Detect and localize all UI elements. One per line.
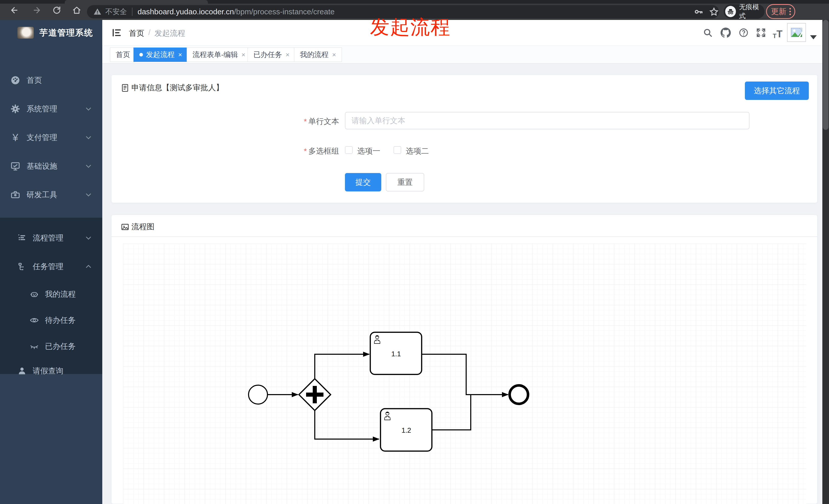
avatar-caret-icon[interactable] bbox=[810, 35, 817, 39]
apply-card-title-text: 申请信息【测试多审批人】 bbox=[132, 83, 223, 93]
checkbox-option-1[interactable] bbox=[345, 146, 353, 154]
sidebar-logo-row[interactable]: 芋道管理系统 bbox=[0, 20, 102, 45]
submit-button[interactable]: 提交 bbox=[345, 173, 381, 191]
yen-icon: ¥ bbox=[10, 132, 21, 143]
breadcrumb-separator: / bbox=[148, 28, 150, 39]
close-icon[interactable]: × bbox=[241, 51, 245, 59]
sidebar-item-my-process[interactable]: 我的流程 bbox=[0, 281, 102, 307]
sequence-flow bbox=[432, 395, 471, 430]
sidebar-item-label: 任务管理 bbox=[33, 262, 63, 272]
single-line-text-input[interactable] bbox=[345, 112, 750, 129]
forward-icon[interactable] bbox=[32, 6, 41, 15]
tab-done-tasks[interactable]: 已办任务 × bbox=[248, 47, 295, 62]
bpmn-canvas[interactable]: 1.1 1.2 bbox=[123, 243, 806, 504]
eye-icon bbox=[30, 316, 39, 325]
sidebar-item-devtools[interactable]: 研发工具 bbox=[0, 181, 102, 209]
close-icon[interactable]: × bbox=[332, 51, 336, 59]
sidebar-item-payment[interactable]: ¥ 支付管理 bbox=[0, 123, 102, 152]
github-icon[interactable] bbox=[721, 28, 731, 38]
font-size-icon[interactable] bbox=[773, 29, 788, 39]
search-icon[interactable] bbox=[703, 28, 713, 38]
required-mark: * bbox=[304, 147, 307, 155]
fullscreen-icon[interactable] bbox=[756, 28, 766, 38]
update-button[interactable]: 更新 bbox=[766, 4, 795, 19]
sidebar-item-label: 待办任务 bbox=[45, 315, 76, 325]
reset-button[interactable]: 重置 bbox=[386, 173, 424, 191]
close-icon[interactable]: × bbox=[178, 51, 182, 59]
bookmark-star-icon[interactable] bbox=[709, 7, 719, 17]
monitor-icon bbox=[10, 161, 21, 171]
tree-icon bbox=[17, 262, 27, 271]
sidebar: 芋道管理系统 首页 系统管理 ¥ 支付管理 基础设施 bbox=[0, 20, 102, 504]
checkbox-field-label: *多选框组 bbox=[247, 146, 339, 156]
tab-my-process[interactable]: 我的流程 × bbox=[294, 47, 342, 62]
close-icon[interactable]: × bbox=[286, 51, 289, 59]
sidebar-item-label: 系统管理 bbox=[27, 104, 57, 114]
update-label: 更新 bbox=[771, 6, 786, 17]
tab-label: 首页 bbox=[116, 50, 130, 60]
incognito-label: 无痕模式 bbox=[739, 3, 764, 21]
hamburger-icon[interactable] bbox=[111, 28, 122, 38]
chevron-down-icon bbox=[85, 162, 92, 170]
sidebar-item-label: 基础设施 bbox=[27, 161, 57, 171]
sidebar-item-task-mgmt[interactable]: 任务管理 bbox=[0, 254, 102, 280]
url-path: /bpm/process-instance/create bbox=[234, 7, 335, 16]
document-icon bbox=[121, 84, 130, 92]
reload-icon[interactable] bbox=[52, 6, 61, 15]
app-logo bbox=[17, 27, 34, 39]
checkbox-option-2-label[interactable]: 选项二 bbox=[406, 146, 429, 156]
task-label: 1.1 bbox=[391, 350, 401, 358]
tab-form-edit[interactable]: 流程表单-编辑 × bbox=[187, 47, 251, 62]
sidebar-item-leave-query[interactable]: 请假查询 bbox=[0, 358, 102, 384]
tab-label: 发起流程 bbox=[146, 50, 175, 60]
screen: 不安全 dashboard.yudao.iocoder.cn/bpm/proce… bbox=[0, 0, 829, 504]
apply-info-card: 申请信息【测试多审批人】 选择其它流程 *单行文本 *多选框组 选项一 选项二 … bbox=[111, 75, 818, 203]
url-host: dashboard.yudao.iocoder.cn bbox=[138, 7, 234, 16]
diagram-card-title-text: 流程图 bbox=[132, 222, 154, 232]
scrollbar-thumb[interactable] bbox=[823, 20, 828, 130]
browser-active-tab[interactable] bbox=[65, 0, 208, 4]
sidebar-item-label: 我的流程 bbox=[45, 289, 76, 300]
sidebar-item-infrastructure[interactable]: 基础设施 bbox=[0, 152, 102, 181]
eye-closed-icon bbox=[30, 342, 39, 351]
user-icon bbox=[17, 366, 27, 376]
tags-bar: 首页 发起流程 × 流程表单-编辑 × 已办任务 × 我的流程 × bbox=[102, 45, 829, 64]
sidebar-item-process-mgmt[interactable]: 流程管理 bbox=[0, 225, 102, 251]
sidebar-item-label: 支付管理 bbox=[27, 132, 57, 143]
sidebar-item-home[interactable]: 首页 bbox=[0, 66, 102, 94]
choose-other-process-button[interactable]: 选择其它流程 bbox=[745, 81, 809, 100]
tab-home[interactable]: 首页 bbox=[110, 47, 136, 62]
checkbox-option-2[interactable] bbox=[394, 146, 401, 154]
app-title: 芋道管理系统 bbox=[39, 27, 93, 39]
back-icon[interactable] bbox=[10, 6, 19, 15]
browser-tabstrip bbox=[0, 0, 829, 4]
start-event[interactable] bbox=[249, 385, 267, 404]
checkbox-option-1-label[interactable]: 选项一 bbox=[357, 146, 380, 156]
sidebar-item-label: 请假查询 bbox=[33, 366, 63, 376]
sidebar-item-system[interactable]: 系统管理 bbox=[0, 94, 102, 123]
breadcrumb: 首页 / 发起流程 bbox=[129, 28, 185, 39]
kebab-menu-icon[interactable] bbox=[789, 8, 791, 15]
help-icon[interactable] bbox=[738, 28, 749, 38]
breadcrumb-current: 发起流程 bbox=[154, 28, 185, 39]
home-icon[interactable] bbox=[72, 6, 81, 15]
sidebar-item-label: 已办任务 bbox=[45, 341, 76, 352]
image-icon bbox=[121, 223, 130, 231]
sidebar-item-label: 研发工具 bbox=[27, 190, 57, 200]
end-event[interactable] bbox=[510, 385, 528, 404]
key-icon[interactable] bbox=[693, 7, 704, 17]
active-dot-icon bbox=[139, 53, 143, 56]
annotation-title: 发起流程 bbox=[370, 14, 451, 41]
task-label: 1.2 bbox=[401, 427, 411, 434]
sequence-flow bbox=[315, 354, 369, 379]
sidebar-item-todo-tasks[interactable]: 待办任务 bbox=[0, 307, 102, 333]
sidebar-item-label: 流程管理 bbox=[33, 233, 63, 243]
tab-start-process[interactable]: 发起流程 × bbox=[134, 47, 188, 62]
tab-label: 已办任务 bbox=[253, 50, 282, 60]
chevron-up-icon bbox=[85, 263, 92, 270]
page-scrollbar[interactable] bbox=[822, 20, 829, 504]
sidebar-item-done-tasks[interactable]: 已办任务 bbox=[0, 333, 102, 359]
breadcrumb-home[interactable]: 首页 bbox=[129, 28, 144, 39]
avatar[interactable] bbox=[787, 23, 806, 42]
tab-label: 我的流程 bbox=[300, 50, 329, 60]
